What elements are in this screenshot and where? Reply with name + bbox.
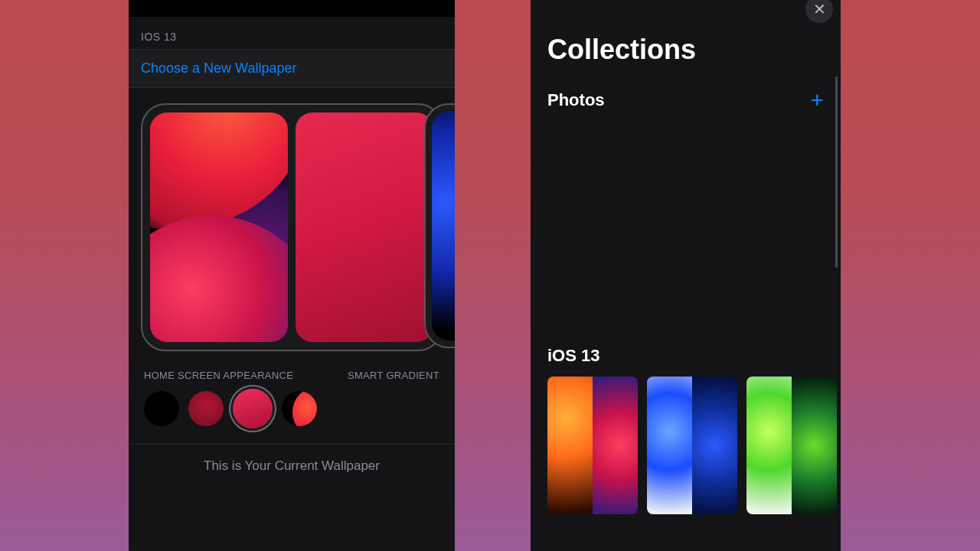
photos-row[interactable]: Photos + (531, 73, 841, 116)
homescreen-preview (296, 112, 433, 342)
collection-section-ios13: iOS 13 (531, 116, 841, 377)
home-appearance-label: HOME SCREEN APPEARANCE (144, 370, 293, 381)
wallpaper-thumbnails (531, 377, 841, 514)
swatch-original[interactable] (282, 391, 317, 426)
swatch-gradient-selected[interactable] (233, 389, 273, 429)
smart-gradient-label: SMART GRADIENT (348, 370, 439, 381)
current-wallpaper-footer: This is Your Current Wallpaper (129, 444, 455, 487)
swatch-black[interactable] (144, 391, 179, 426)
appearance-labels: HOME SCREEN APPEARANCE SMART GRADIENT (129, 351, 455, 389)
section-label-ios13: IOS 13 (129, 17, 455, 49)
wallpaper-thumb-orange-red[interactable] (547, 377, 638, 514)
scroll-indicator (835, 77, 838, 268)
wallpaper-thumb-green[interactable] (746, 377, 837, 514)
choose-new-wallpaper-link[interactable]: Choose a New Wallpaper (129, 49, 455, 88)
next-wallpaper-peek[interactable] (424, 103, 455, 348)
lockscreen-preview (150, 112, 288, 342)
collections-title: Collections (531, 0, 841, 73)
photos-label: Photos (547, 90, 605, 110)
wallpaper-thumb-blue[interactable] (647, 377, 737, 514)
collections-screen: ✕ Collections Photos + iOS 13 (531, 0, 841, 551)
status-bar (129, 0, 455, 17)
add-photos-button[interactable]: + (810, 89, 824, 112)
wallpaper-settings-screen: IOS 13 Choose a New Wallpaper HOME SCREE… (129, 0, 455, 551)
appearance-swatches (129, 389, 455, 444)
wallpaper-preview-card[interactable] (141, 103, 443, 351)
swatch-dim-wallpaper[interactable] (188, 391, 224, 426)
close-icon: ✕ (813, 0, 826, 18)
